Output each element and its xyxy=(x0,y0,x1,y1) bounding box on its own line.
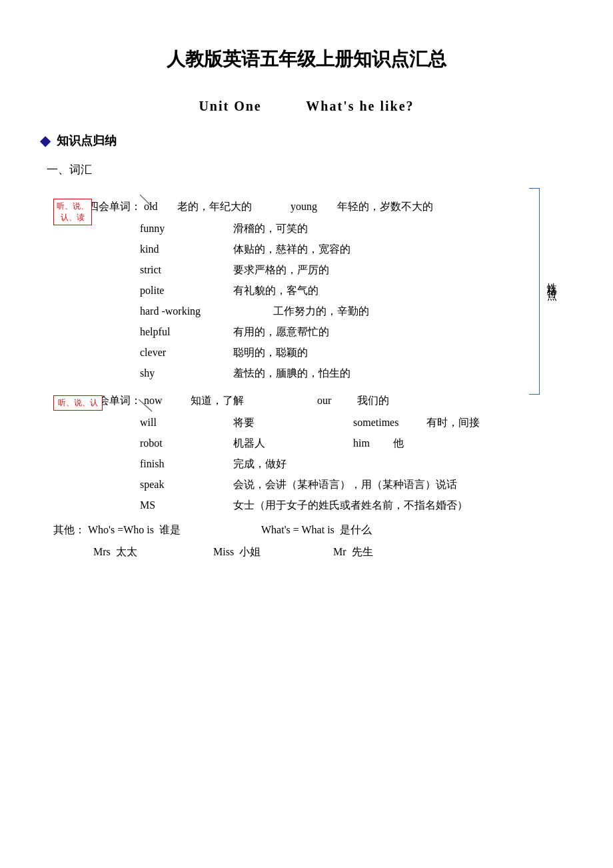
clever-en: clever xyxy=(140,347,233,359)
three-word-row-robot: robot 机器人 him 他 xyxy=(140,437,573,451)
word-young-zh: 年轻的，岁数不大的 xyxy=(337,200,433,214)
kind-en: kind xyxy=(140,243,233,255)
word-row-helpful: helpful 有用的，愿意帮忙的 xyxy=(140,325,573,339)
word-old-en: old xyxy=(144,201,177,213)
him-zh: 他 xyxy=(393,437,404,451)
three-word-row-ms: MS 女士（用于女子的姓氏或者姓名前，不指名婚否） xyxy=(140,499,573,513)
now-en: now xyxy=(144,395,191,407)
helpful-en: helpful xyxy=(140,326,233,338)
three-word-row-speak: speak 会说，会讲（某种语言），用（某种语言）说话 xyxy=(140,478,573,492)
diamond-icon: ◆ xyxy=(40,133,50,149)
helpful-zh: 有用的，愿意帮忙的 xyxy=(233,325,329,339)
mr-text: Mr 先生 xyxy=(333,545,373,559)
three-word-row-will: will 将要 sometimes 有时，间接 xyxy=(140,416,573,430)
unit-subtitle: What's he like? xyxy=(306,99,414,113)
other-label: 其他： xyxy=(53,523,85,537)
will-zh: 将要 xyxy=(233,416,340,430)
bracket-right xyxy=(529,188,540,395)
word-young-en: young xyxy=(291,201,337,213)
polite-en: polite xyxy=(140,285,233,297)
will-en: will xyxy=(140,417,233,429)
robot-zh: 机器人 xyxy=(233,437,340,451)
funny-zh: 滑稽的，可笑的 xyxy=(233,222,308,236)
kind-zh: 体贴的，慈祥的，宽容的 xyxy=(233,243,350,257)
four-words-label: 四会单词： xyxy=(88,200,141,214)
strict-zh: 要求严格的，严厉的 xyxy=(233,263,329,277)
unit-header: Unit One What's he like? xyxy=(40,99,573,114)
word-row-hardworking: hard -working 工作努力的，辛勤的 xyxy=(140,305,573,319)
clever-zh: 聪明的，聪颖的 xyxy=(233,346,308,360)
bracket-label: 性格特点 xyxy=(546,275,558,285)
ms-en: MS xyxy=(140,499,233,511)
sometimes-zh: 有时，间接 xyxy=(426,416,480,430)
finish-zh: 完成，做好 xyxy=(233,457,287,471)
polite-zh: 有礼貌的，客气的 xyxy=(233,284,318,298)
funny-en: funny xyxy=(140,223,233,235)
word-row-clever: clever 聪明的，聪颖的 xyxy=(140,346,573,360)
shy-zh: 羞怯的，腼腆的，怕生的 xyxy=(233,367,350,381)
sometimes-en: sometimes xyxy=(353,417,426,429)
word-row-shy: shy 羞怯的，腼腆的，怕生的 xyxy=(140,367,573,381)
finish-en: finish xyxy=(140,458,233,470)
section-title: ◆ 知识点归纳 xyxy=(40,133,573,149)
unit-name: Unit One xyxy=(199,99,261,113)
word-row-polite: polite 有礼貌的，客气的 xyxy=(140,284,573,298)
whats-text: What's = What is 是什么 xyxy=(261,523,372,537)
other-section: 其他： Who's =Who is 谁是 What's = What is 是什… xyxy=(53,523,573,559)
speak-en: speak xyxy=(140,479,233,491)
four-words-first-row: 四会单词： old 老的，年纪大的 young 年轻的，岁数不大的 xyxy=(88,200,573,214)
word-row-strict: strict 要求严格的，严厉的 xyxy=(140,263,573,277)
shy-en: shy xyxy=(140,367,233,379)
page-title: 人教版英语五年级上册知识点汇总 xyxy=(40,47,573,72)
section1-label: 知识点归纳 xyxy=(57,133,117,149)
badge-three: 听、说、认 xyxy=(53,395,103,411)
mrs-text: Mrs 太太 xyxy=(93,545,213,559)
other-row-1: 其他： Who's =Who is 谁是 What's = What is 是什… xyxy=(53,523,573,537)
word-row-kind: kind 体贴的，慈祥的，宽容的 xyxy=(140,243,573,257)
whos-text: Who's =Who is 谁是 xyxy=(88,523,261,537)
three-word-row-finish: finish 完成，做好 xyxy=(140,457,573,471)
our-en: our xyxy=(317,395,357,407)
hardworking-zh: 工作努力的，辛勤的 xyxy=(273,305,369,319)
sub-section-vocab: 一、词汇 xyxy=(47,162,573,177)
miss-text: Miss 小姐 xyxy=(213,545,333,559)
word-row-funny: funny 滑稽的，可笑的 xyxy=(140,222,573,236)
hardworking-en: hard -working xyxy=(140,305,273,317)
word-old-zh: 老的，年纪大的 xyxy=(177,200,271,214)
strict-en: strict xyxy=(140,264,233,276)
him-en: him xyxy=(353,437,393,449)
ms-zh: 女士（用于女子的姓氏或者姓名前，不指名婚否） xyxy=(233,499,468,513)
other-row-2: Mrs 太太 Miss 小姐 Mr 先生 xyxy=(93,545,573,559)
speak-zh: 会说，会讲（某种语言），用（某种语言）说话 xyxy=(233,478,457,492)
badge-four: 听、说、 认、读 xyxy=(53,199,92,225)
robot-en: robot xyxy=(140,437,233,449)
now-zh: 知道，了解 xyxy=(191,394,304,408)
our-zh: 我们的 xyxy=(357,394,389,408)
three-words-first-row: 三会单词： now 知道，了解 our 我们的 xyxy=(88,394,573,408)
